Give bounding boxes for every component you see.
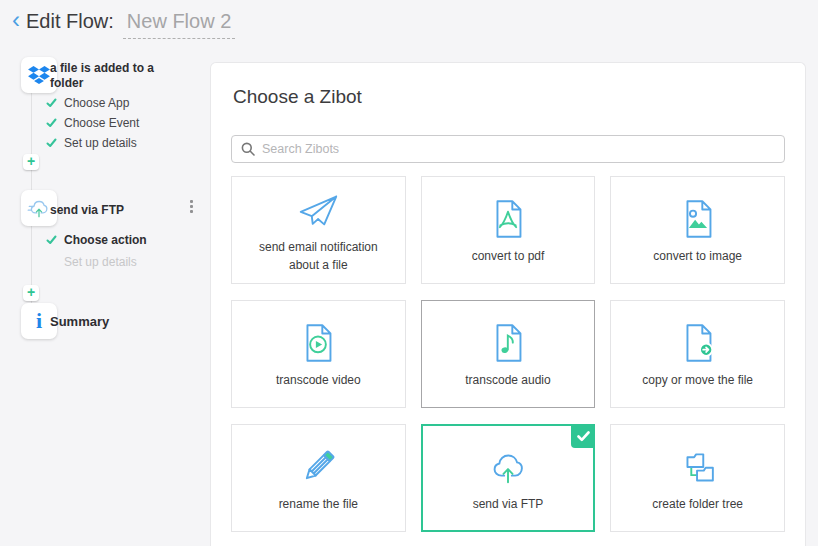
search-icon	[241, 142, 255, 156]
check-icon	[577, 431, 590, 442]
substep-label: Choose Event	[64, 116, 139, 130]
substep-label: Set up details	[64, 255, 137, 269]
zibot-grid: send email notification about a file con…	[231, 176, 785, 532]
check-icon	[46, 138, 57, 148]
substep-label: Choose action	[64, 233, 147, 247]
zibot-card-label: create folder tree	[652, 496, 743, 513]
flow-steps-sidebar: a file is added to a folder Choose App C…	[0, 0, 210, 546]
zibot-card-label: convert to pdf	[472, 248, 545, 265]
search-input[interactable]	[262, 142, 775, 156]
zibot-card-label: transcode audio	[465, 372, 550, 389]
step-title[interactable]: a file is added to a folder	[50, 61, 168, 91]
zibot-card-label: send via FTP	[473, 496, 544, 513]
file-pdf-icon	[485, 196, 531, 242]
paper-plane-icon	[295, 187, 341, 233]
check-icon	[46, 98, 57, 108]
substep-label: Set up details	[64, 136, 137, 150]
file-video-icon	[295, 320, 341, 366]
kebab-menu-icon[interactable]	[187, 197, 196, 216]
cloud-upload-icon	[485, 444, 531, 490]
zibot-card-label: send email notification about a file	[246, 239, 391, 274]
step-title[interactable]: send via FTP	[50, 203, 124, 218]
substep-setup-details[interactable]: Set up details	[46, 136, 137, 150]
add-step-button[interactable]: +	[23, 285, 39, 301]
zibot-card-send-ftp[interactable]: send via FTP	[421, 424, 596, 532]
pencil-icon	[295, 444, 341, 490]
zibot-card-label: transcode video	[276, 372, 361, 389]
substep-setup-details-pending[interactable]: Set up details	[64, 255, 137, 269]
substep-choose-event[interactable]: Choose Event	[46, 116, 139, 130]
substep-label: Choose App	[64, 96, 129, 110]
zibot-card-rename-file[interactable]: rename the file	[231, 424, 406, 532]
search-box[interactable]	[231, 135, 785, 163]
substep-choose-action[interactable]: Choose action	[46, 233, 147, 247]
substep-choose-app[interactable]: Choose App	[46, 96, 129, 110]
check-icon	[46, 118, 57, 128]
selected-badge	[571, 424, 595, 448]
zibot-card-label: rename the file	[279, 496, 358, 513]
zibot-card-send-email[interactable]: send email notification about a file	[231, 176, 406, 284]
zibot-card-transcode-video[interactable]: transcode video	[231, 300, 406, 408]
zibot-card-convert-pdf[interactable]: convert to pdf	[421, 176, 596, 284]
folder-tree-icon	[675, 444, 721, 490]
file-audio-icon	[485, 320, 531, 366]
zibot-card-label: convert to image	[653, 248, 742, 265]
info-icon: i	[36, 311, 42, 331]
zibot-card-copy-move[interactable]: copy or move the file	[610, 300, 785, 408]
dropbox-icon	[28, 65, 50, 86]
check-icon	[46, 235, 57, 245]
step-title[interactable]: Summary	[50, 314, 109, 330]
zibot-card-convert-image[interactable]: convert to image	[610, 176, 785, 284]
add-step-button[interactable]: +	[23, 154, 39, 170]
file-image-icon	[675, 196, 721, 242]
cloud-upload-icon	[26, 195, 52, 221]
panel-heading: Choose a Zibot	[233, 85, 785, 109]
zibot-card-transcode-audio[interactable]: transcode audio	[421, 300, 596, 408]
file-move-icon	[675, 320, 721, 366]
zibot-card-label: copy or move the file	[642, 372, 753, 389]
zibot-chooser-panel: Choose a Zibot send email notification a…	[210, 62, 806, 546]
zibot-card-create-folder-tree[interactable]: create folder tree	[610, 424, 785, 532]
